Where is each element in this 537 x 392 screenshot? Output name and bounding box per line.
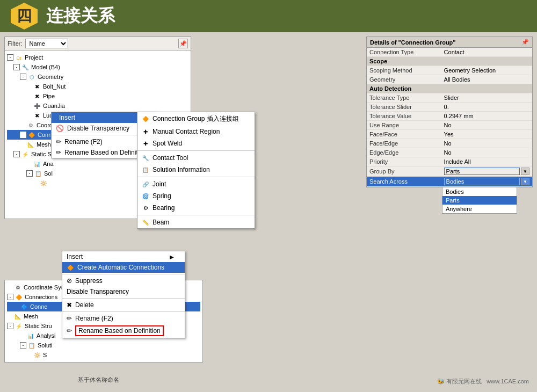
analysis-icon: 📊	[26, 331, 35, 340]
prop-label: Group By	[367, 166, 441, 177]
folder-icon: 🗂	[14, 53, 23, 62]
static-icon: ⚡	[21, 150, 30, 158]
expand-icon[interactable]: -	[7, 54, 13, 61]
bearing-icon: ⚙	[142, 204, 149, 212]
lower-menu-delete[interactable]: ✖ Delete	[62, 300, 185, 310]
solution-info-icon: 📋	[142, 166, 149, 173]
tree-item[interactable]: - 📋 Soluti	[7, 340, 200, 350]
group-by-value: Parts	[444, 168, 520, 175]
submenu-item-connection-group[interactable]: 🔶 Connection Group 插入连接组	[137, 112, 255, 126]
beam-icon: 📏	[142, 219, 149, 226]
submenu-label: Beam	[153, 219, 169, 226]
mesh-icon: 📐	[26, 140, 35, 149]
submenu-item-joint[interactable]: 🔗 Joint	[137, 178, 255, 190]
prop-label: Face/Edge	[367, 139, 441, 148]
menu-item-label: Disable Transparency	[67, 125, 129, 132]
tree-label: Static Stru	[25, 323, 52, 329]
filter-select[interactable]: Name	[25, 39, 68, 48]
insert-submenu: 🔶 Connection Group 插入连接组 ✚ Manual Contac…	[137, 112, 255, 229]
section-row: Scope	[367, 57, 532, 66]
tree-item[interactable]: - ⬡ Geometry	[7, 72, 188, 82]
search-across-arrow[interactable]: ▼	[521, 178, 529, 185]
prop-label: Connection Type	[367, 48, 441, 57]
main-content: Filter: Name 📌 - 🗂 Project - 🔧 Model (B4…	[0, 32, 537, 392]
prop-label: Geometry	[367, 75, 441, 84]
expand-icon[interactable]: -	[26, 170, 33, 177]
tree-label: Mesh	[37, 141, 51, 148]
expand-icon[interactable]: -	[13, 64, 20, 70]
submenu-item-spring[interactable]: 🌀 Spring	[137, 190, 255, 202]
table-row: Face/Face Yes	[367, 130, 532, 139]
submenu-label: Connection Group 插入连接组	[153, 114, 239, 124]
submenu-item-spot-weld[interactable]: ✚ Spot Weld	[137, 137, 255, 149]
dropdown-option-parts[interactable]: Parts	[442, 196, 517, 205]
spring-icon: 🌀	[142, 192, 149, 200]
lower-menu-disable-transparency[interactable]: Disable Transparency	[62, 286, 185, 297]
table-row-group-by: Group By Parts ▼	[367, 166, 532, 177]
arrow-icon: ▶	[170, 254, 174, 260]
prop-value: Contact	[441, 48, 532, 57]
tree-item[interactable]: - 🗂 Project	[7, 53, 188, 62]
dropdown-option-anywhere[interactable]: Anywhere	[442, 205, 517, 213]
tree-label: Model (B4)	[31, 64, 60, 70]
section-row: Auto Detection	[367, 84, 532, 93]
expand-icon[interactable]: -	[20, 342, 26, 349]
details-title: Details of "Connection Group" 📌	[367, 37, 532, 48]
expand-icon[interactable]: -	[20, 74, 26, 80]
tree-label: Project	[25, 54, 43, 61]
expand-icon[interactable]: -	[20, 132, 26, 138]
tree-item[interactable]: ✖ Bolt_Nut	[7, 82, 188, 91]
menu-item-label: Rename Based on Definition	[64, 149, 147, 156]
filter-pin-icon[interactable]: 📌	[178, 39, 188, 48]
expand-icon[interactable]: -	[7, 323, 13, 329]
tree-item[interactable]: ➕ GuanJia	[7, 101, 188, 111]
tree-item[interactable]: 🔆 S	[7, 350, 200, 360]
lower-menu-create-auto[interactable]: 🔶 Create Automatic Connections	[62, 262, 185, 273]
lower-menu-rename[interactable]: ✏ Rename (F2)	[62, 313, 185, 324]
expand-icon[interactable]: -	[7, 294, 13, 300]
header: 四 连接关系	[0, 0, 537, 32]
model-icon: 🔧	[21, 63, 30, 71]
submenu-item-bearing[interactable]: ⚙ Bearing	[137, 202, 255, 214]
dropdown-option-bodies[interactable]: Bodies	[442, 187, 517, 196]
solution-icon: 📋	[34, 169, 42, 178]
prop-value: 0.2947 mm	[441, 112, 532, 121]
prop-value[interactable]: Parts ▼	[441, 166, 532, 177]
lower-menu-rename-def[interactable]: ✏ Rename Based on Definition	[62, 324, 185, 338]
static-icon: ⚡	[14, 322, 23, 330]
tree-label: Connections	[25, 294, 57, 300]
table-row: Edge/Edge No	[367, 148, 532, 157]
submenu-item-solution-info[interactable]: 📋 Solution Information	[137, 164, 255, 176]
pipe-icon: ✖	[33, 92, 41, 100]
expand-icon[interactable]: -	[13, 151, 20, 157]
tree-label: GuanJia	[43, 103, 65, 109]
submenu-label: Contact Tool	[153, 154, 188, 162]
prop-label: Tolerance Slider	[367, 103, 441, 112]
search-across-dropdown[interactable]: Bodies ▼	[444, 178, 529, 185]
submenu-item-manual-contact[interactable]: ✚ Manual Contact Region	[137, 126, 255, 137]
filter-bar: Filter: Name 📌	[5, 37, 191, 50]
prop-value[interactable]: Bodies ▼	[441, 177, 532, 187]
tree-item[interactable]: - 🔧 Model (B4)	[7, 62, 188, 72]
group-by-arrow[interactable]: ▼	[521, 168, 529, 175]
prop-label: Use Range	[367, 121, 441, 130]
lower-menu-insert[interactable]: Insert ▶	[62, 251, 185, 262]
tree-item[interactable]: ✖ Pipe	[7, 91, 188, 101]
tree-label: S	[43, 352, 47, 358]
lower-menu-suppress[interactable]: ⊘ Suppress	[62, 275, 185, 286]
tree-label: Geometry	[38, 74, 63, 80]
group-by-dropdown[interactable]: Parts ▼	[444, 168, 529, 175]
menu-item-label: Disable Transparency	[67, 288, 129, 295]
sol-sub-icon: 🔆	[39, 179, 48, 187]
table-row: Connection Type Contact	[367, 48, 532, 57]
menu-item-label: Delete	[75, 301, 94, 309]
rename-icon: ✏	[56, 138, 61, 146]
tree-label: Ana	[43, 161, 54, 167]
submenu-label: Spring	[153, 192, 171, 200]
spot-weld-icon: ✚	[142, 140, 149, 147]
submenu-item-contact-tool[interactable]: 🔧 Contact Tool	[137, 152, 255, 164]
luoshuan-icon: ✖	[33, 111, 41, 120]
table-row: Face/Edge No	[367, 139, 532, 148]
separator	[137, 150, 255, 151]
submenu-item-beam[interactable]: 📏 Beam	[137, 216, 255, 228]
